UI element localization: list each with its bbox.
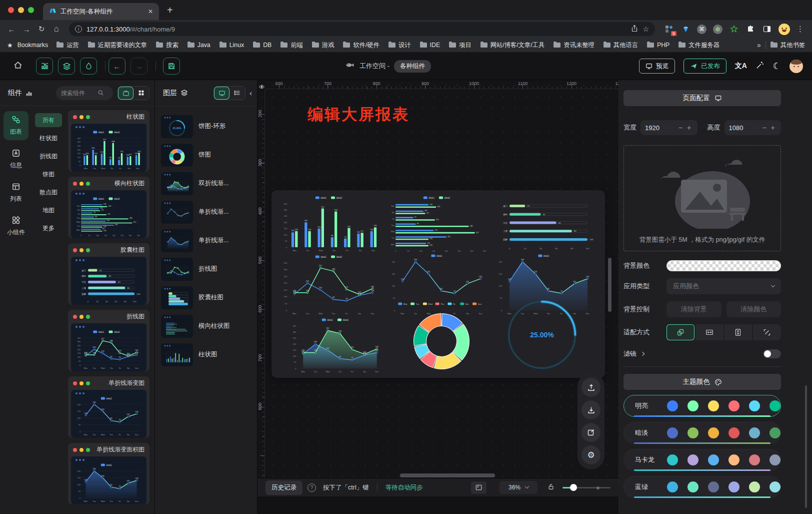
bookmark-folder[interactable]: 软件/硬件 [343, 41, 380, 50]
browser-profile-avatar[interactable] [778, 24, 790, 35]
browser-tab[interactable]: 工作空间-各种组件 ✕ [43, 3, 159, 20]
sidebar-toggle-icon[interactable] [762, 24, 772, 34]
preview-chart-capsule[interactable]: 厦门20南阳40北京60上海80新疆100020406080100 [494, 197, 598, 250]
layer-item[interactable]: 饼图 [155, 141, 257, 169]
theme-row-马卡龙[interactable]: 马卡龙 [624, 449, 781, 471]
layer-item[interactable]: 柱状图 [155, 340, 257, 369]
user-avatar[interactable] [790, 60, 803, 73]
undo-button[interactable]: ← [108, 58, 126, 75]
component-card[interactable]: 胶囊柱图厦门20南阳40北京60上海80新疆100020406080100 [68, 243, 150, 305]
canvas-horizontal-scrollbar[interactable] [400, 473, 495, 477]
height-minus-button[interactable]: − [760, 124, 768, 132]
preview-chart-donut[interactable]: MonTueWedThuFriSatSun [392, 300, 492, 374]
background-upload-dropzone[interactable]: 背景图需小于 5M ，格式为 png/jpg/gif 的文件 [624, 145, 781, 251]
tab-close-icon[interactable]: ✕ [148, 8, 153, 15]
component-card[interactable]: 单折线渐变面积图data1050100150200120200150807011… [68, 443, 150, 504]
component-card[interactable]: 单折线渐变图data105010015020012020015080701101… [68, 376, 150, 438]
category-柱状图[interactable]: 柱状图 [35, 131, 62, 145]
component-card[interactable]: 横向柱状图data1data2050100150200250300350Sun1… [68, 177, 150, 238]
config-scrollbar[interactable] [805, 385, 807, 508]
component-card[interactable]: 柱状图data1data2050100150200250300350120200… [68, 110, 150, 172]
app-type-select[interactable]: 应用颜色 [666, 278, 781, 294]
layer-item[interactable]: 单折线渐... [155, 226, 257, 255]
sidebar-tab-列表[interactable]: 列表 [4, 178, 28, 207]
zoom-select[interactable]: 36% [500, 481, 538, 494]
bookmark-star-icon[interactable]: ☆ [642, 25, 649, 33]
chart-template-button[interactable] [36, 58, 53, 75]
category-饼图[interactable]: 饼图 [35, 167, 62, 181]
bookmarks-overflow[interactable]: » [757, 41, 761, 49]
briefcase-view-button[interactable] [118, 87, 134, 100]
clear-background-button[interactable]: 清除背景 [666, 301, 722, 317]
category-散点图[interactable]: 散点图 [35, 185, 62, 199]
width-stepper[interactable]: − + [640, 120, 698, 135]
window-controls[interactable] [8, 7, 43, 13]
list-view-button[interactable] [230, 87, 245, 100]
minimize-window-button[interactable] [18, 7, 24, 13]
search-input[interactable] [61, 90, 95, 97]
theme-row-暗淡[interactable]: 暗淡 [624, 422, 781, 444]
collapse-panel-icon[interactable]: ‹ [250, 89, 252, 97]
category-所有[interactable]: 所有 [35, 113, 62, 127]
bookmark-folder[interactable]: 其他语言 [604, 41, 638, 50]
lock-icon[interactable] [548, 483, 554, 492]
bookmark-folder[interactable]: Linux [220, 41, 244, 50]
app-home-icon[interactable] [13, 60, 23, 72]
command-extension-icon[interactable]: ⌘ [697, 25, 706, 34]
layer-item[interactable]: 胶囊柱图 [155, 283, 257, 312]
eye-icon[interactable] [258, 83, 265, 92]
forward-icon[interactable]: → [20, 25, 33, 34]
bookmark-folder[interactable]: 近期需要读的文章 [88, 41, 147, 50]
layer-item[interactable]: 折线图 [155, 255, 257, 283]
bookmark-folder[interactable]: Java [188, 41, 210, 50]
zoom-slider[interactable] [562, 484, 610, 491]
dark-mode-icon[interactable]: ☾ [773, 61, 781, 72]
home-icon[interactable]: ⌂ [50, 24, 63, 34]
width-plus-button[interactable]: + [686, 124, 693, 132]
width-minus-button[interactable]: − [677, 124, 684, 132]
history-button[interactable]: 历史记录 [266, 480, 302, 495]
filter-label[interactable]: 滤镜 [624, 349, 644, 358]
bookmark-folder[interactable]: 项目 [449, 41, 472, 50]
new-tab-button[interactable]: + [167, 5, 173, 16]
site-info-icon[interactable]: i [75, 26, 82, 33]
fit-auto-button[interactable] [666, 324, 694, 340]
layer-item[interactable]: 横向柱状图 [155, 312, 257, 340]
back-icon[interactable]: ← [5, 25, 18, 34]
sidebar-tab-小组件[interactable]: 小组件 [4, 212, 28, 241]
fit-height-button[interactable] [724, 324, 752, 340]
search-box[interactable] [56, 86, 113, 100]
bookmark-folder[interactable]: IDE [420, 41, 440, 50]
bookmark-folder[interactable]: DB [253, 41, 272, 50]
theme-color-header[interactable]: 主题颜色 [624, 374, 781, 390]
bg-color-swatch[interactable] [666, 260, 781, 271]
slider-knob[interactable] [570, 484, 577, 491]
close-window-button[interactable] [8, 7, 14, 13]
theme-row-蓝绿[interactable]: 蓝绿 [624, 476, 781, 498]
preview-chart-line-double[interactable]: data1data2050100150200250300350120200150… [280, 254, 382, 315]
clear-color-button[interactable]: 清除颜色 [726, 301, 782, 317]
canvas-area[interactable]: 6007008009001000110012001300 20030040050… [258, 80, 618, 514]
bookmark-folder[interactable]: 搜索 [156, 41, 178, 50]
share-icon[interactable] [631, 25, 638, 34]
translate-icon[interactable]: 文A [735, 62, 747, 71]
help-icon[interactable]: ? [308, 483, 316, 492]
bookmark-folder[interactable]: 文件服务器 [678, 41, 719, 50]
bookmark-folder[interactable]: 设计 [388, 41, 411, 50]
layer-item[interactable]: 双折线渐... [155, 169, 257, 198]
height-input[interactable] [729, 124, 750, 132]
canvas-vertical-scrollbar[interactable] [608, 258, 612, 312]
dashboard-preview[interactable]: data1data2050100150200250300350120200150… [272, 190, 605, 378]
big-screen-title-text[interactable]: 编辑大屏报表 [308, 104, 410, 125]
filter-toggle[interactable] [763, 349, 781, 358]
publish-button[interactable]: 已发布 [684, 59, 726, 74]
filter-droplet-button[interactable] [80, 58, 97, 75]
bookmark-folder[interactable]: 游戏 [312, 41, 334, 50]
fit-width-button[interactable] [696, 324, 724, 340]
upload-button[interactable] [582, 378, 600, 397]
bookmark-folder[interactable]: 运营 [56, 41, 79, 50]
bookmarks-label[interactable]: Bookmarks [18, 42, 48, 49]
browser-menu-icon[interactable]: ⋮ [796, 25, 804, 34]
edit-button[interactable] [582, 423, 600, 442]
fit-stretch-button[interactable] [753, 324, 781, 340]
